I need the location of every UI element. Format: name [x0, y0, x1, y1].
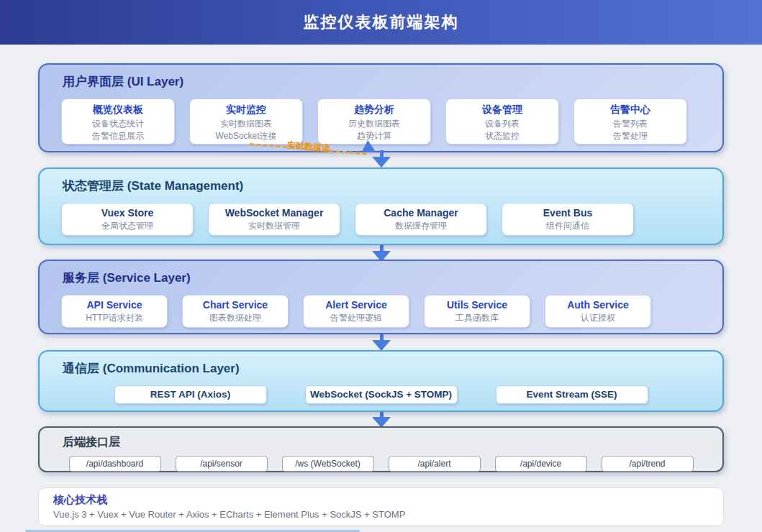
communication-layer-panel: 通信层 (Communication Layer) REST API (Axio… — [38, 350, 724, 412]
down-arrow-icon — [372, 334, 391, 351]
card-line: 告警处理逻辑 — [304, 312, 409, 324]
arrow-stem — [380, 244, 384, 251]
card-vuex-store: Vuex Store 全局状态管理 — [61, 203, 194, 236]
card-title: Event Bus — [502, 207, 633, 219]
card-device-management: 设备管理 设备列表 状态监控 — [445, 98, 559, 145]
card-title: 趋势分析 — [318, 104, 430, 116]
card-title: Vuex Store — [62, 207, 193, 219]
down-arrow-icon — [372, 411, 391, 428]
endpoint-api-dashboard: /api/dashboard — [69, 456, 161, 472]
card-title: Alert Service — [304, 299, 409, 311]
card-line: 告警信息展示 — [62, 130, 174, 142]
card-cache-manager: Cache Manager 数据缓存管理 — [355, 203, 487, 236]
state-layer-panel: 状态管理层 (State Management) Vuex Store 全局状态… — [38, 168, 724, 245]
card-chart-service: Chart Service 图表数据处理 — [182, 295, 289, 328]
card-line: 设备状态统计 — [62, 118, 174, 130]
card-line: 工具函数库 — [425, 312, 530, 324]
service-layer-cards: API Service HTTP请求封装 Chart Service 图表数据处… — [61, 295, 701, 328]
arrow-head — [372, 157, 391, 168]
card-title: 设备管理 — [446, 104, 558, 116]
card-alert-service: Alert Service 告警处理逻辑 — [303, 295, 409, 328]
card-line: 图表数据处理 — [183, 312, 288, 324]
card-line: HTTP请求封装 — [62, 312, 167, 324]
card-overview-dashboard: 概览仪表板 设备状态统计 告警信息展示 — [61, 98, 175, 145]
card-alert-center: 告警中心 告警列表 告警处理 — [573, 98, 687, 145]
card-title: Utils Service — [425, 299, 530, 311]
card-title: Auth Service — [545, 299, 650, 311]
service-layer-title: 服务层 (Service Layer) — [63, 270, 701, 286]
tech-stack-panel: 核心技术栈 Vue.js 3 + Vuex + Vue Router + Axi… — [38, 487, 724, 526]
card-api-service: API Service HTTP请求封装 — [61, 295, 168, 328]
card-line: 数据缓存管理 — [355, 220, 486, 232]
card-utils-service: Utils Service 工具函数库 — [424, 295, 530, 328]
card-event-bus: Event Bus 组件间通信 — [502, 203, 634, 236]
communication-layer-cards: REST API (Axios) WebSocket (SockJS + STO… — [61, 385, 701, 404]
page-title: 监控仪表板前端架构 — [304, 12, 459, 33]
ui-layer-title: 用户界面层 (UI Layer) — [63, 73, 701, 90]
card-title: API Service — [62, 299, 167, 311]
backend-layer-endpoints: /api/dashboard /api/sensor /ws (WebSocke… — [61, 456, 701, 472]
card-line: 实时数据图表 — [190, 118, 302, 130]
endpoint-ws-websocket: /ws (WebSocket) — [282, 456, 374, 472]
card-websocket-manager: WebSocket Manager 实时数据管理 — [208, 203, 340, 236]
card-line: 实时数据管理 — [209, 220, 340, 232]
card-line: 状态监控 — [446, 130, 558, 142]
ui-layer-cards: 概览仪表板 设备状态统计 告警信息展示 实时监控 实时数据图表 WebSocke… — [61, 98, 701, 145]
backend-layer-title: 后端接口层 — [63, 435, 701, 450]
service-layer-panel: 服务层 (Service Layer) API Service HTTP请求封装… — [38, 260, 724, 334]
tech-stack-title: 核心技术栈 — [53, 493, 709, 507]
card-line: 组件间通信 — [502, 220, 633, 232]
architecture-diagram-page: 监控仪表板前端架构 用户界面层 (UI Layer) 概览仪表板 设备状态统计 … — [0, 0, 762, 532]
card-line: 告警列表 — [574, 118, 686, 130]
card-rest-api: REST API (Axios) — [114, 385, 267, 404]
card-title: 概览仪表板 — [62, 104, 174, 116]
card-line: 告警处理 — [574, 130, 686, 142]
endpoint-api-sensor: /api/sensor — [176, 456, 268, 472]
state-layer-title: 状态管理层 (State Management) — [63, 178, 701, 194]
communication-layer-title: 通信层 (Communication Layer) — [63, 360, 701, 377]
card-line: 趋势计算 — [318, 130, 430, 142]
ui-layer-panel: 用户界面层 (UI Layer) 概览仪表板 设备状态统计 告警信息展示 实时监… — [38, 63, 724, 152]
card-event-stream: Event Stream (SSE) — [496, 385, 648, 404]
card-line: 全局状态管理 — [62, 220, 193, 232]
card-title: 实时监控 — [190, 104, 302, 116]
arrow-head — [372, 340, 391, 351]
arrow-stem — [380, 150, 384, 157]
down-arrow-icon — [372, 150, 391, 168]
card-title: Chart Service — [183, 299, 288, 311]
state-layer-cards: Vuex Store 全局状态管理 WebSocket Manager 实时数据… — [61, 203, 701, 236]
endpoint-api-device: /api/device — [495, 456, 587, 472]
realtime-flow-label: 实时数据流 — [286, 139, 330, 155]
endpoint-api-trend: /api/trend — [602, 456, 694, 472]
card-websocket: WebSocket (SockJS + STOMP) — [305, 385, 458, 404]
card-trend-analysis: 趋势分析 历史数据图表 趋势计算 — [317, 98, 431, 145]
backend-layer-panel: 后端接口层 /api/dashboard /api/sensor /ws (We… — [38, 426, 724, 472]
arrow-stem — [380, 334, 384, 340]
card-title: WebSocket Manager — [209, 207, 340, 219]
card-line: 认证授权 — [545, 312, 650, 324]
card-line: 设备列表 — [446, 118, 558, 130]
tech-stack-list: Vue.js 3 + Vuex + Vue Router + Axios + E… — [53, 509, 709, 520]
card-auth-service: Auth Service 认证授权 — [545, 295, 651, 328]
card-line: WebSocket连接 — [190, 130, 302, 142]
title-banner: 监控仪表板前端架构 — [0, 0, 762, 45]
endpoint-api-alert: /api/alert — [389, 456, 481, 472]
card-title: Cache Manager — [355, 207, 486, 219]
card-realtime-monitor: 实时监控 实时数据图表 WebSocket连接 — [189, 98, 303, 145]
card-line: 历史数据图表 — [318, 118, 430, 130]
card-title: 告警中心 — [574, 104, 686, 116]
